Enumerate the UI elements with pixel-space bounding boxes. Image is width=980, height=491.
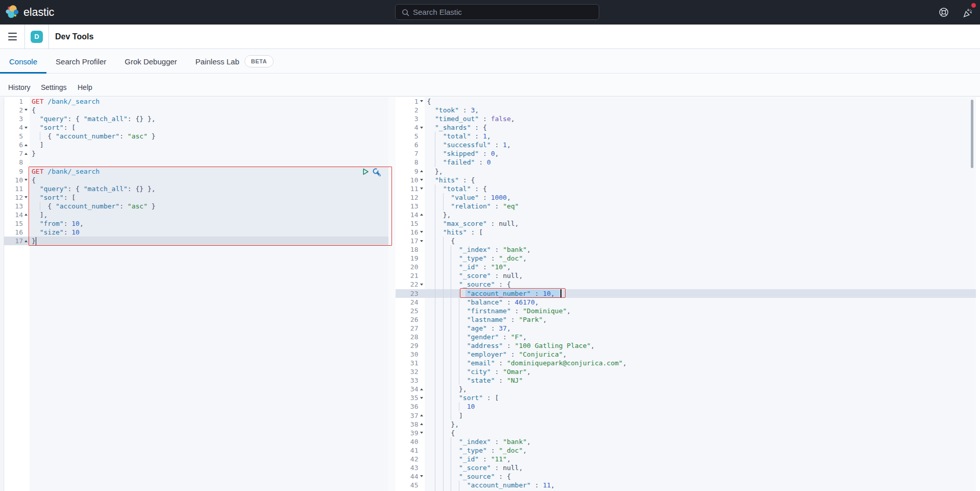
fold-up-icon[interactable] [420, 214, 423, 216]
toolbar-link-settings[interactable]: Settings [41, 74, 67, 97]
scrollbar-thumb[interactable] [971, 100, 973, 168]
elastic-logo-icon[interactable] [5, 4, 22, 20]
code-line[interactable]: 10 [427, 402, 475, 411]
code-line[interactable]: }, [427, 211, 451, 219]
code-line[interactable]: "gender" : "F", [427, 333, 527, 341]
code-line[interactable]: ] [427, 411, 462, 420]
code-line[interactable]: "hits" : [ [427, 228, 483, 237]
code-line[interactable]: { [427, 429, 455, 437]
gutter-line-number: 33 [396, 376, 419, 385]
code-line[interactable]: } [32, 149, 36, 158]
code-line[interactable]: "_index" : "bank", [427, 437, 531, 446]
gutter-line-number: 3 [4, 114, 23, 123]
search-input[interactable] [413, 5, 595, 19]
fold-down-icon[interactable] [420, 397, 423, 399]
code-line[interactable]: "value" : 1000, [427, 193, 510, 202]
space-avatar[interactable]: D [31, 31, 43, 43]
fold-up-icon[interactable] [420, 170, 423, 172]
code-line[interactable]: "_score" : null, [427, 271, 523, 280]
send-request-button[interactable] [362, 168, 369, 176]
code-line[interactable]: "_type" : "_doc", [427, 446, 527, 455]
code-line[interactable]: "timed_out" : false, [427, 114, 514, 123]
code-line[interactable]: "query": { "match_all": {} }, [32, 114, 156, 123]
code-line[interactable]: "max_score" : null, [427, 219, 519, 228]
code-line[interactable]: { [427, 97, 431, 106]
fold-up-icon[interactable] [420, 388, 423, 390]
fold-down-icon[interactable] [420, 475, 423, 477]
code-line[interactable]: "sort" : [ [427, 393, 499, 402]
code-line[interactable]: }, [427, 167, 443, 176]
code-line[interactable]: "successful" : 1, [427, 141, 510, 149]
fold-down-icon[interactable] [420, 100, 423, 102]
fold-down-icon[interactable] [420, 240, 423, 242]
fold-down-icon[interactable] [24, 179, 28, 181]
fold-down-icon[interactable] [420, 432, 423, 434]
code-line[interactable]: "total" : { [427, 184, 486, 193]
request-options-button[interactable] [372, 168, 382, 178]
gutter-line-number: 31 [396, 359, 419, 367]
fold-up-icon[interactable] [420, 414, 423, 416]
code-line[interactable]: "hits" : { [427, 176, 475, 184]
code-line[interactable]: }, [427, 420, 459, 429]
code-line[interactable]: "_shards" : { [427, 123, 486, 132]
fold-up-icon[interactable] [24, 153, 28, 155]
fold-up-icon[interactable] [420, 423, 423, 425]
code-line[interactable]: "total" : 1, [427, 132, 491, 141]
code-line[interactable]: "lastname" : "Park", [427, 315, 547, 324]
fold-down-icon[interactable] [420, 127, 423, 129]
fold-up-icon[interactable] [24, 214, 28, 216]
panel-resizer[interactable] [388, 97, 396, 491]
code-line[interactable]: { "account_number": "asc" } [32, 132, 156, 141]
fold-down-icon[interactable] [420, 284, 423, 286]
code-line[interactable]: GET /bank/_search [32, 97, 100, 106]
code-line[interactable]: "_id" : "10", [427, 263, 510, 271]
code-line[interactable]: "account_number" : 11, [427, 481, 554, 489]
code-line[interactable]: "email" : "dominiquepark@conjurica.com", [427, 359, 626, 367]
toolbar-link-help[interactable]: Help [78, 74, 92, 97]
code-line[interactable]: "_type" : "_doc", [427, 254, 527, 263]
code-line[interactable]: "_score" : null, [427, 463, 523, 472]
fold-up-icon[interactable] [24, 144, 28, 146]
code-line[interactable]: "relation" : "eq" [427, 202, 519, 211]
gutter-line-number: 29 [396, 341, 419, 350]
code-line[interactable]: "_index" : "bank", [427, 245, 531, 254]
code-line[interactable]: { [427, 237, 455, 245]
fold-down-icon[interactable] [420, 188, 423, 190]
code-line[interactable]: "employer" : "Conjurica", [427, 350, 567, 359]
fold-down-icon[interactable] [24, 109, 28, 111]
fold-down-icon[interactable] [24, 127, 28, 129]
tab-painless-lab[interactable]: Painless LabBETA [186, 50, 283, 73]
code-line[interactable]: "skipped" : 0, [427, 149, 499, 158]
code-line[interactable]: "_id" : "11", [427, 455, 510, 463]
code-line[interactable]: "age" : 37, [427, 324, 510, 333]
code-line[interactable]: ] [32, 141, 43, 149]
fold-down-icon[interactable] [24, 196, 28, 198]
tab-grok-debugger[interactable]: Grok Debugger [115, 50, 186, 73]
code-line[interactable]: "took" : 3, [427, 106, 479, 114]
news-icon[interactable] [963, 7, 974, 18]
code-line[interactable]: "state" : "NJ" [427, 376, 523, 385]
tab-search-profiler[interactable]: Search Profiler [46, 50, 115, 73]
code-line[interactable]: "address" : "100 Gatling Place", [427, 341, 595, 350]
fold-up-icon[interactable] [24, 240, 28, 242]
code-line[interactable]: "sort": [ [32, 123, 76, 132]
tab-console[interactable]: Console [0, 50, 46, 73]
code-line[interactable]: { [32, 106, 36, 114]
code-line[interactable]: "firstname" : "Dominique", [427, 307, 571, 315]
menu-button[interactable] [5, 29, 20, 44]
gutter-line-number: 35 [396, 393, 419, 402]
code-line[interactable]: }, [427, 385, 467, 393]
fold-down-icon[interactable] [420, 231, 423, 233]
fold-down-icon[interactable] [420, 179, 423, 181]
gutter-line-number: 28 [396, 333, 419, 341]
code-line[interactable]: "_source" : { [427, 472, 510, 481]
code-line[interactable]: "balance" : 46170, [427, 298, 538, 307]
global-search[interactable] [395, 4, 599, 20]
code-line[interactable]: "_source" : { [427, 280, 510, 289]
code-line[interactable]: "city" : "Omar", [427, 367, 531, 376]
code-line[interactable]: "failed" : 0 [427, 158, 491, 167]
gutter-line-number: 14 [396, 211, 419, 219]
help-icon[interactable] [938, 7, 949, 18]
tab-label: Painless Lab [195, 57, 239, 66]
toolbar-link-history[interactable]: History [8, 74, 31, 97]
